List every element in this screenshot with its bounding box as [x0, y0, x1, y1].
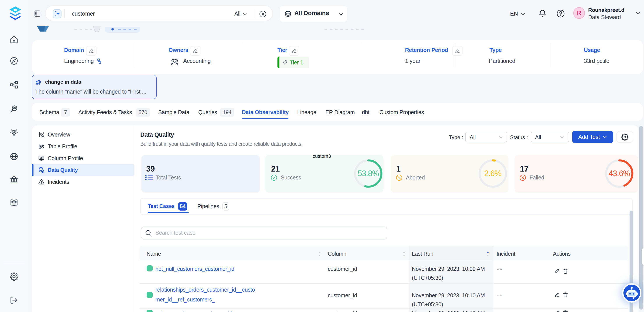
- svg-text:2.6%: 2.6%: [484, 169, 501, 178]
- svg-text:43.6%: 43.6%: [608, 169, 630, 178]
- svg-text:53.8%: 53.8%: [358, 169, 379, 178]
